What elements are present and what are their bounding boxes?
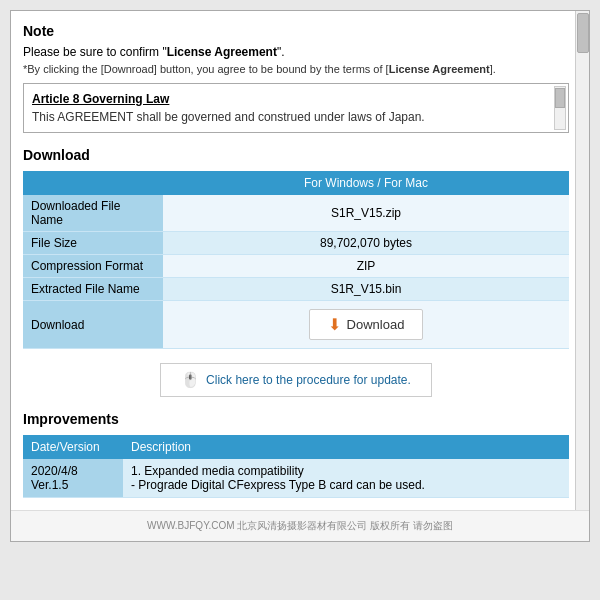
note-line2-suffix: ]. [490,63,496,75]
license-header: Article 8 Governing Law [32,92,560,106]
download-button[interactable]: ⬇ Download [309,309,424,340]
improvements-title: Improvements [23,411,569,427]
update-button[interactable]: 🖱️ Click here to the procedure for updat… [160,363,432,397]
dl-value: ZIP [163,255,569,278]
license-text: This AGREEMENT shall be governed and con… [32,110,560,124]
dl-button-row: Download ⬇ Download [23,301,569,349]
download-icon: ⬇ [328,315,341,334]
imp-col-date: Date/Version [23,435,123,459]
dl-col-empty [23,171,163,195]
content-area: Note Please be sure to confirm "License … [11,11,589,510]
imp-desc: 1. Expanded media compatibility - Progra… [123,459,569,498]
imp-date: 2020/4/8 Ver.1.5 [23,459,123,498]
note-title: Note [23,23,569,39]
license-scrollbar-thumb [555,88,565,108]
improvements-table: Date/Version Description 2020/4/8 Ver.1.… [23,435,569,498]
dl-col-platform: For Windows / For Mac [163,171,569,195]
dl-download-cell: ⬇ Download [163,301,569,349]
imp-table-row: 2020/4/8 Ver.1.5 1. Expanded media compa… [23,459,569,498]
improvements-section: Improvements Date/Version Description 20… [23,411,569,498]
note-line1: Please be sure to confirm "License Agree… [23,45,569,59]
dl-value: 89,702,070 bytes [163,232,569,255]
dl-label: File Size [23,232,163,255]
footer-text: WWW.BJFQY.COM 北京风清扬摄影器材有限公司 版权所有 请勿盗图 [147,520,453,531]
license-scrollbar[interactable] [554,86,566,130]
license-box: Article 8 Governing Law This AGREEMENT s… [23,83,569,133]
dl-table-row: File Size 89,702,070 bytes [23,232,569,255]
dl-download-label: Download [23,301,163,349]
download-button-label: Download [347,317,405,332]
note-line1-prefix: Please be sure to confirm " [23,45,167,59]
imp-col-desc: Description [123,435,569,459]
dl-value: S1R_V15.bin [163,278,569,301]
dl-table-row: Extracted File Name S1R_V15.bin [23,278,569,301]
dl-label: Extracted File Name [23,278,163,301]
note-section: Note Please be sure to confirm "License … [23,23,569,133]
update-icon: 🖱️ [181,371,200,389]
page-scrollbar-thumb [577,13,589,53]
dl-label: Compression Format [23,255,163,278]
update-button-label: Click here to the procedure for update. [206,373,411,387]
page-scrollbar[interactable] [575,11,589,510]
download-section-title: Download [23,147,569,163]
download-table: For Windows / For Mac Downloaded File Na… [23,171,569,349]
dl-table-row: Downloaded File Name S1R_V15.zip [23,195,569,232]
note-line2: *By clicking the [Downroad] button, you … [23,63,569,75]
note-license-link1: License Agreement [167,45,277,59]
dl-table-row: Compression Format ZIP [23,255,569,278]
update-button-wrapper: 🖱️ Click here to the procedure for updat… [23,363,569,397]
note-line1-suffix: ". [277,45,285,59]
download-section: Download For Windows / For Mac Downloade… [23,147,569,349]
page-wrapper: Note Please be sure to confirm "License … [10,10,590,542]
footer: WWW.BJFQY.COM 北京风清扬摄影器材有限公司 版权所有 请勿盗图 [11,510,589,541]
dl-label: Downloaded File Name [23,195,163,232]
note-line2-prefix: *By clicking the [Downroad] button, you … [23,63,389,75]
note-license-link2: License Agreement [389,63,490,75]
dl-value: S1R_V15.zip [163,195,569,232]
